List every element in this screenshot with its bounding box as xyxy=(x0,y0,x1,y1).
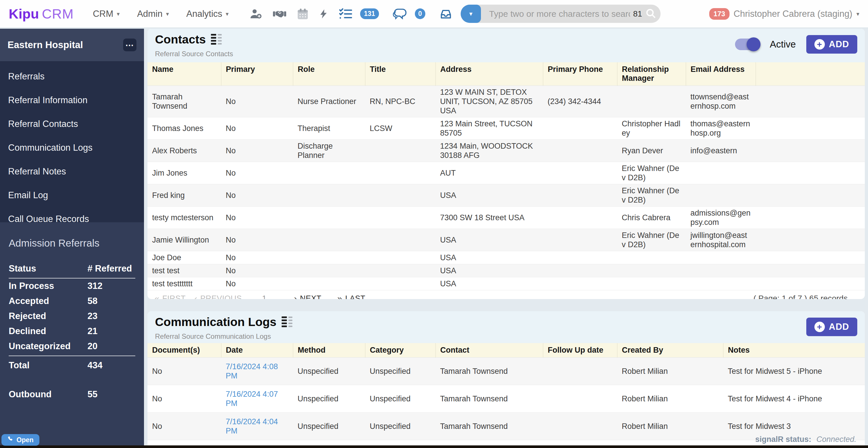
cell-empty xyxy=(755,86,865,117)
app-logo[interactable]: Kipu CRM xyxy=(9,6,73,22)
col-documents[interactable]: Document(s) xyxy=(148,343,221,358)
contact-row[interactable]: Joe Doe No USA xyxy=(148,251,865,264)
communication-logs-table: Document(s) Date Method Category Contact… xyxy=(148,343,865,445)
sidebar-item[interactable]: Email Log xyxy=(0,183,144,207)
pagination-previous[interactable]: ‹ PREVIOUS xyxy=(194,294,242,299)
add-contact-button[interactable]: + ADD xyxy=(806,35,857,54)
cell-role xyxy=(293,264,365,277)
cell-relationship-manager: Ryan Dever xyxy=(617,140,686,162)
col-notes[interactable]: Notes xyxy=(723,343,865,358)
cell-method: Unspecified xyxy=(293,358,365,385)
cell-follow-up-date xyxy=(543,358,617,385)
sidebar-item[interactable]: Referral Notes xyxy=(0,160,144,183)
chevron-right-icon: › xyxy=(294,294,297,299)
comm-log-date-link[interactable]: 7/16/2024 4:08 PM xyxy=(226,362,278,380)
cell-title xyxy=(365,264,435,277)
cell-primary-phone xyxy=(543,277,617,290)
cell-primary: No xyxy=(221,140,293,162)
cell-address: 1234 Main, WOODSTOCK 30188 AFG xyxy=(435,140,543,162)
comm-log-date-link[interactable]: 7/16/2024 4:07 PM xyxy=(226,390,278,408)
list-view-icon[interactable] xyxy=(211,34,223,46)
col-name[interactable]: Name xyxy=(148,62,221,86)
topnav-label: Analytics xyxy=(186,9,222,19)
cell-primary-phone xyxy=(543,229,617,251)
col-date[interactable]: Date xyxy=(221,343,293,358)
col-primary-phone[interactable]: Primary Phone xyxy=(543,62,617,86)
add-communication-log-button[interactable]: + ADD xyxy=(806,318,857,336)
contact-row[interactable]: Jim Jones No AUT Eric Wahner (Dev D2B) xyxy=(148,162,865,184)
col-follow-up-date[interactable]: Follow Up date xyxy=(543,343,617,358)
topnav-item[interactable]: Admin ▾ xyxy=(137,9,169,19)
cell-name: testy mctesterson xyxy=(148,207,221,229)
tasks-icon[interactable] xyxy=(338,7,353,20)
cell-relationship-manager: Eric Wahner (Dev D2B) xyxy=(617,184,686,207)
active-toggle[interactable] xyxy=(735,38,760,50)
add-person-icon[interactable] xyxy=(249,8,263,20)
chat-count-badge[interactable]: 0 xyxy=(415,8,426,19)
cell-name: test test xyxy=(148,264,221,277)
search-icon[interactable] xyxy=(645,7,656,20)
cell-category: Unspecified xyxy=(365,358,435,385)
cell-empty xyxy=(755,117,865,140)
cell-relationship-manager xyxy=(617,251,686,264)
sidebar-item[interactable]: Referral Information xyxy=(0,88,144,112)
col-category[interactable]: Category xyxy=(365,343,435,358)
sidebar-item[interactable]: Referral Contacts xyxy=(0,112,144,136)
pagination-first[interactable]: « FIRST xyxy=(154,294,186,299)
col-title[interactable]: Title xyxy=(365,62,435,86)
contact-row[interactable]: Jamie Willington No USA Eric Wahner (Dev… xyxy=(148,229,865,251)
search-input[interactable] xyxy=(481,9,633,19)
topnav-item[interactable]: Analytics ▾ xyxy=(186,9,228,19)
handshake-icon[interactable] xyxy=(272,8,287,20)
lightning-icon[interactable] xyxy=(318,7,329,21)
sidebar-item[interactable]: Referrals xyxy=(0,65,144,88)
search-scope-dropdown[interactable]: ▾ xyxy=(461,5,481,23)
pagination-next[interactable]: › NEXT xyxy=(294,294,321,299)
col-relationship-manager[interactable]: Relationship Manager xyxy=(617,62,686,86)
cell-title xyxy=(365,140,435,162)
col-primary[interactable]: Primary xyxy=(221,62,293,86)
contact-row[interactable]: Thomas Jones No Therapist LCSW 123 Main … xyxy=(148,117,865,140)
col-role[interactable]: Role xyxy=(293,62,365,86)
chat-icon[interactable] xyxy=(392,7,408,21)
cell-notes: Test for Midwest 4 - iPhone xyxy=(723,385,865,413)
col-method[interactable]: Method xyxy=(293,343,365,358)
cell-role xyxy=(293,207,365,229)
chevron-down-icon: ▾ xyxy=(166,10,169,18)
topbar-icons: 131 0 xyxy=(249,7,453,21)
stats-count-value: 21 xyxy=(88,326,135,336)
cell-method: Unspecified xyxy=(293,385,365,413)
tasks-count-badge[interactable]: 131 xyxy=(360,8,379,19)
comm-log-row[interactable]: No 7/16/2024 4:07 PM Unspecified Unspeci… xyxy=(148,385,865,413)
cell-primary: No xyxy=(221,207,293,229)
comm-log-date-link[interactable]: 7/16/2024 4:04 PM xyxy=(226,417,278,435)
call-open-button[interactable]: Open xyxy=(1,434,39,446)
contact-row[interactable]: Tamarah Townsend No Nurse Practioner RN,… xyxy=(148,86,865,117)
comm-log-row[interactable]: No 7/16/2024 4:08 PM Unspecified Unspeci… xyxy=(148,358,865,385)
more-options-button[interactable]: … xyxy=(123,38,136,51)
sidebar-item[interactable]: Communication Logs xyxy=(0,136,144,160)
list-view-icon[interactable] xyxy=(282,317,294,329)
topnav-item[interactable]: CRM ▾ xyxy=(93,9,120,19)
search-counter: 81 xyxy=(633,9,642,19)
contact-row[interactable]: test test No USA xyxy=(148,264,865,277)
col-created-by[interactable]: Created By xyxy=(617,343,723,358)
inbox-icon[interactable] xyxy=(439,7,453,20)
col-address[interactable]: Address xyxy=(435,62,543,86)
contact-row[interactable]: testy mctesterson No 7300 SW 18 Street U… xyxy=(148,207,865,229)
cell-documents: No xyxy=(148,358,221,385)
stats-status-label: Rejected xyxy=(9,311,88,321)
contact-row[interactable]: Fred king No USA Eric Wahner (Dev D2B) xyxy=(148,184,865,207)
pagination-current-page[interactable]: 1 xyxy=(262,294,267,299)
calendar-icon[interactable] xyxy=(297,7,309,21)
cell-role xyxy=(293,162,365,184)
cell-title xyxy=(365,229,435,251)
facility-name: Eastern Hospital xyxy=(7,39,83,51)
contact-row[interactable]: test testtttttt No USA xyxy=(148,277,865,290)
cell-date: 7/16/2024 4:08 PM xyxy=(221,358,293,385)
user-menu[interactable]: 173 Christopher Cabrera (staging) ▾ xyxy=(709,8,859,20)
pagination-last[interactable]: » LAST xyxy=(337,294,365,299)
col-email-address[interactable]: Email Address xyxy=(686,62,755,86)
contact-row[interactable]: Alex Roberts No Discharge Planner 1234 M… xyxy=(148,140,865,162)
col-contact[interactable]: Contact xyxy=(435,343,543,358)
